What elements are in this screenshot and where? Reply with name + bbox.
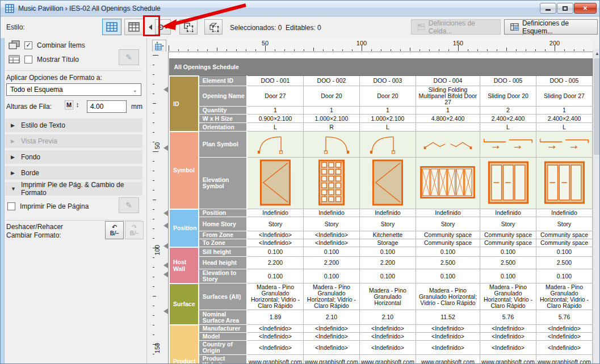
table-cell[interactable]: Madera - Pino Granulado Horizontal; Vidr… <box>536 283 593 310</box>
row-label-model[interactable]: Model <box>199 333 247 341</box>
row-label-position[interactable]: Position <box>199 209 247 217</box>
table-cell[interactable]: <Indefinido> <box>303 231 359 239</box>
table-cell[interactable]: Community space <box>536 231 593 239</box>
section-fondo[interactable]: ▶Fondo <box>5 150 142 164</box>
table-cell[interactable]: 1 <box>303 107 359 115</box>
table-cell[interactable] <box>416 123 480 132</box>
title-bar[interactable]: Music Pavillion › IES-02 All Openings Sc… <box>1 1 599 16</box>
table-cell[interactable]: 2.200 <box>303 257 359 269</box>
table-cell[interactable]: Story <box>247 217 303 231</box>
table-cell[interactable]: 1 <box>359 107 416 115</box>
table-cell[interactable]: Door 20 <box>359 86 416 107</box>
table-cell[interactable]: Community space <box>416 231 480 239</box>
row-label-elevation-symbol[interactable]: Elevation Symbol <box>199 158 247 209</box>
table-cell[interactable]: Community space <box>416 239 480 247</box>
table-cell[interactable]: <Indefinido> <box>359 325 416 333</box>
table-cell[interactable]: 2.500 <box>480 257 536 269</box>
row-label-product-website[interactable]: Product Website <box>199 355 247 364</box>
row-boundary-marker[interactable] <box>163 87 168 92</box>
table-cell[interactable]: 11.52 <box>416 310 480 325</box>
table-cell[interactable]: 1.89 <box>247 310 303 325</box>
apply-format-dropdown[interactable]: Todo el Esquema ⌄ <box>6 83 141 96</box>
table-cell[interactable]: 0.100 <box>247 269 303 283</box>
row-label-opening-name[interactable]: Opening Name <box>199 86 247 107</box>
merged-view-button[interactable] <box>102 19 121 35</box>
table-cell[interactable]: Story <box>536 217 593 231</box>
row-boundary-marker[interactable] <box>163 272 168 277</box>
table-cell[interactable]: Community space <box>480 239 536 247</box>
scheme-settings-button[interactable]: Definiciones de Esquem... <box>504 19 598 35</box>
table-cell[interactable]: Indefinido <box>480 209 536 217</box>
row-label-nominal-surface-area[interactable]: Nominal Surface Area <box>199 310 247 325</box>
table-cell[interactable]: 0.100 <box>416 269 480 283</box>
print-footer-checkbox[interactable] <box>7 202 15 210</box>
table-cell[interactable]: Madera - Pino Granulado Horizontal; Vidr… <box>247 283 303 310</box>
table-cell[interactable]: DOO - 001 <box>247 76 303 86</box>
row-label-surfaces-all-[interactable]: Surfaces (All) <box>199 283 247 310</box>
table-cell[interactable]: 5.76 <box>536 310 593 325</box>
scrollbar-thumb[interactable] <box>594 58 600 155</box>
section-imprimir-pie-de-p-g-cambio-de-formato[interactable]: ▼Imprimir Pie de Pág. & Cambio de Format… <box>5 182 142 196</box>
table-cell[interactable]: <Indefinido> <box>480 325 536 333</box>
row-label-home-story[interactable]: Home Story <box>199 217 247 231</box>
ruler-origin-button[interactable] <box>152 40 166 53</box>
table-cell[interactable]: <Indefinido> <box>359 341 416 355</box>
table-cell[interactable]: 2.400×2.400 <box>480 115 536 123</box>
scroll-up-icon[interactable]: ▲ <box>593 49 600 58</box>
table-cell[interactable]: Sliding Door 27 <box>536 86 593 107</box>
table-cell[interactable]: L <box>536 123 593 132</box>
door-bifold-plan-icon[interactable] <box>416 132 480 158</box>
combine-items-checkbox[interactable]: ✓ <box>24 41 32 49</box>
table-cell[interactable]: DOO - 004 <box>416 76 480 86</box>
table-cell[interactable]: Indefinido <box>359 209 416 217</box>
row-label-head-height[interactable]: Head height <box>199 257 247 269</box>
table-cell[interactable]: <Indefinido> <box>480 341 536 355</box>
table-cell[interactable]: 0.100 <box>536 247 593 257</box>
table-cell[interactable]: 0.100 <box>359 247 416 257</box>
table-cell[interactable]: www.graphisoft.com <box>416 355 480 364</box>
door-swing-right-plan-icon[interactable] <box>303 132 359 158</box>
edit-title-button[interactable]: ✎ <box>119 49 139 65</box>
table-cell[interactable]: www.graphisoft.com <box>480 355 536 364</box>
row-label-from-zone[interactable]: From Zone <box>199 231 247 239</box>
door-folding-6panel-elevation-icon[interactable] <box>416 158 480 209</box>
table-cell[interactable]: <Indefinido> <box>416 341 480 355</box>
edit-footer-button[interactable]: ✎ <box>119 197 139 213</box>
table-cell[interactable]: Indefinido <box>416 209 480 217</box>
row-boundary-marker[interactable] <box>163 145 168 151</box>
table-cell[interactable]: 0.100 <box>480 269 536 283</box>
section-vista-previa[interactable]: ▶Vista Previa <box>5 134 142 148</box>
door-sliding-plan-icon[interactable] <box>480 132 536 158</box>
door-sliding-3panel-elevation-icon[interactable] <box>480 158 536 209</box>
table-cell[interactable]: <Indefinido> <box>359 333 416 341</box>
row-boundary-marker[interactable] <box>163 210 168 216</box>
row-label-quantity[interactable]: Quantity <box>199 107 247 115</box>
table-cell[interactable]: DOO - 003 <box>359 76 416 86</box>
door-flush-elevation-icon[interactable] <box>359 158 416 209</box>
close-button[interactable]: ✕ <box>574 3 597 14</box>
table-cell[interactable]: 0.100 <box>359 269 416 283</box>
table-cell[interactable]: Sliding Folding Multipanel Bifold Door 2… <box>416 86 480 107</box>
table-cell[interactable]: 2 <box>480 107 536 115</box>
select-criteria-button[interactable] <box>204 19 223 35</box>
table-cell[interactable]: 0.100 <box>416 247 480 257</box>
table-cell[interactable]: www.graphisoft.com <box>303 355 359 364</box>
table-cell[interactable]: 0.900×2.100 <box>247 115 303 123</box>
table-cell[interactable]: 1 <box>247 107 303 115</box>
table-cell[interactable]: L <box>359 123 416 132</box>
row-boundary-marker[interactable] <box>163 223 168 228</box>
table-cell[interactable]: Community space <box>536 239 593 247</box>
table-cell[interactable]: <Indefinido> <box>303 325 359 333</box>
row-label-manufacturer[interactable]: Manufacturer <box>199 325 247 333</box>
table-cell[interactable]: 1.000×2.100 <box>359 115 416 123</box>
vertical-scrollbar[interactable]: ▲ <box>593 49 600 364</box>
row-label-sill-height[interactable]: Sill height <box>199 247 247 257</box>
table-cell[interactable]: 2.500 <box>536 257 593 269</box>
table-cell[interactable]: Story <box>480 217 536 231</box>
row-label-elevation-to-story[interactable]: Elevation to Story <box>199 269 247 283</box>
table-cell[interactable]: 0.100 <box>303 247 359 257</box>
table-cell[interactable]: <Indefinido> <box>536 325 593 333</box>
table-cell[interactable]: <Indefinido> <box>247 231 303 239</box>
undo-format-button[interactable]: ↶ B/– <box>105 221 124 239</box>
table-cell[interactable]: Community space <box>480 231 536 239</box>
